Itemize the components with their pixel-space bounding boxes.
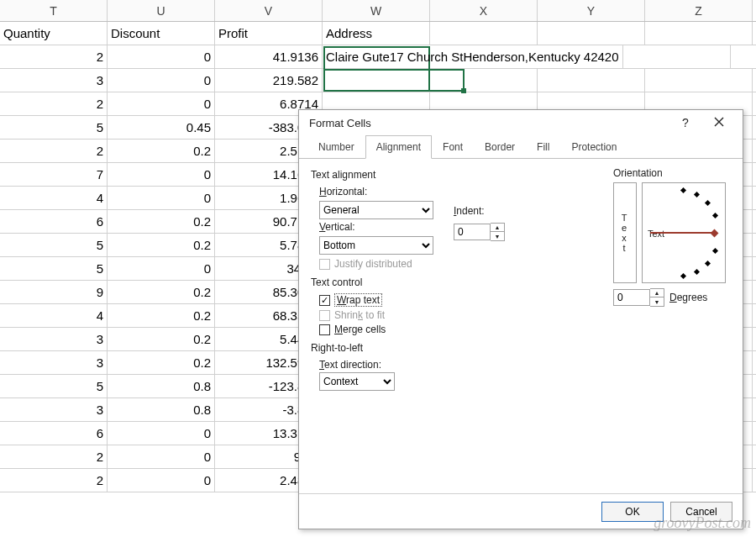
cell[interactable]: 4 bbox=[0, 187, 108, 209]
shrink-to-fit-checkbox bbox=[319, 310, 330, 321]
indent-up-icon[interactable]: ▲ bbox=[491, 224, 504, 232]
tab-border[interactable]: Border bbox=[474, 135, 526, 158]
cell[interactable]: Quantity bbox=[0, 22, 108, 45]
cell[interactable]: Discount bbox=[108, 22, 215, 45]
cell[interactable]: Address bbox=[323, 22, 430, 45]
cell[interactable]: 0.2 bbox=[108, 210, 215, 233]
cell[interactable]: 0.2 bbox=[108, 328, 215, 350]
table-row: 2041.9136Claire Gute17 Church StHenderso… bbox=[0, 45, 756, 69]
column-header-Y[interactable]: Y bbox=[538, 0, 645, 21]
cell[interactable]: 0 bbox=[108, 45, 215, 68]
cell[interactable]: 0 bbox=[108, 187, 215, 209]
shrink-to-fit-label: Shrink to fit bbox=[334, 309, 385, 321]
cell[interactable]: Profit bbox=[215, 22, 323, 45]
table-row: 30219.582 bbox=[0, 69, 756, 92]
cell[interactable] bbox=[623, 45, 731, 68]
cell[interactable] bbox=[645, 69, 753, 92]
cell[interactable]: 0 bbox=[108, 422, 215, 445]
orientation-vertical-button[interactable]: Text bbox=[613, 182, 637, 283]
cancel-button[interactable]: Cancel bbox=[670, 502, 732, 522]
cell[interactable]: 0 bbox=[108, 92, 215, 115]
dialog-title-text: Format Cells bbox=[309, 117, 371, 129]
cell[interactable]: 7 bbox=[0, 163, 108, 186]
cell[interactable]: 2 bbox=[0, 45, 108, 68]
cell[interactable]: 0.2 bbox=[108, 351, 215, 374]
degrees-spinner[interactable]: ▲▼ bbox=[613, 288, 664, 307]
cell[interactable]: 2 bbox=[0, 445, 108, 468]
cell[interactable]: 0.2 bbox=[108, 234, 215, 256]
column-header-X[interactable]: X bbox=[430, 0, 538, 21]
column-header-V[interactable]: V bbox=[215, 0, 323, 21]
cell[interactable]: 3 bbox=[0, 69, 108, 92]
merge-cells-checkbox[interactable] bbox=[319, 324, 330, 335]
vertical-select[interactable]: Bottom bbox=[319, 236, 433, 255]
cell[interactable]: 5 bbox=[0, 375, 108, 397]
cell[interactable]: 4 bbox=[0, 304, 108, 327]
dialog-help-button[interactable]: ? bbox=[669, 116, 702, 129]
cell[interactable]: 219.582 bbox=[215, 69, 323, 92]
tab-font[interactable]: Font bbox=[432, 135, 474, 158]
cell[interactable]: 0.45 bbox=[108, 116, 215, 139]
cell[interactable]: 5 bbox=[0, 116, 108, 139]
cell[interactable] bbox=[538, 22, 645, 45]
cell[interactable]: 0 bbox=[108, 445, 215, 468]
degrees-down-icon[interactable]: ▼ bbox=[650, 297, 664, 306]
cell[interactable]: 9 bbox=[0, 281, 108, 303]
indent-input[interactable] bbox=[454, 224, 491, 240]
cell[interactable]: 3 bbox=[0, 328, 108, 350]
indent-label: Indent: bbox=[454, 205, 485, 217]
cell[interactable]: 0 bbox=[108, 69, 215, 92]
wrap-text-checkbox[interactable] bbox=[319, 295, 330, 306]
cell[interactable]: 0 bbox=[108, 257, 215, 280]
cell[interactable]: 6 bbox=[0, 210, 108, 233]
column-header-T[interactable]: T bbox=[0, 0, 108, 21]
tab-number[interactable]: Number bbox=[307, 135, 365, 158]
orientation-angle-picker[interactable]: Text bbox=[642, 182, 726, 283]
cell[interactable]: 6 bbox=[0, 422, 108, 445]
column-header-W[interactable]: W bbox=[323, 0, 430, 21]
column-header-Z[interactable]: Z bbox=[645, 0, 753, 21]
cell[interactable]: 2 bbox=[0, 469, 108, 492]
dialog-button-row: OK Cancel bbox=[299, 493, 743, 529]
cell[interactable]: 3 bbox=[0, 351, 108, 374]
indent-spinner[interactable]: ▲▼ bbox=[454, 223, 505, 241]
cell[interactable] bbox=[538, 69, 645, 92]
dialog-titlebar[interactable]: Format Cells ? bbox=[299, 110, 743, 135]
degrees-up-icon[interactable]: ▲ bbox=[650, 289, 664, 297]
cell[interactable]: 0 bbox=[108, 469, 215, 492]
selection-fill-handle[interactable] bbox=[461, 88, 466, 93]
degrees-input[interactable] bbox=[613, 289, 650, 306]
cell[interactable]: 0.8 bbox=[108, 398, 215, 421]
cell[interactable]: 3 bbox=[0, 398, 108, 421]
cell[interactable]: 2 bbox=[0, 140, 108, 162]
dialog-tab-row: NumberAlignmentFontBorderFillProtection bbox=[299, 135, 743, 159]
tab-protection[interactable]: Protection bbox=[560, 135, 627, 158]
column-header-U[interactable]: U bbox=[108, 0, 215, 21]
cell[interactable]: 2 bbox=[0, 92, 108, 115]
degrees-label: Degrees bbox=[669, 292, 707, 303]
cell[interactable]: 41.9136 bbox=[215, 45, 323, 68]
tab-fill[interactable]: Fill bbox=[526, 135, 560, 158]
cell[interactable]: 0 bbox=[108, 163, 215, 186]
orientation-angle-text-label: Text bbox=[648, 229, 664, 239]
cell[interactable] bbox=[430, 22, 538, 45]
wrap-text-label: Wrap text bbox=[334, 293, 382, 307]
cell[interactable]: 0.2 bbox=[108, 281, 215, 303]
cell[interactable]: 0.2 bbox=[108, 140, 215, 162]
cell[interactable] bbox=[430, 69, 538, 92]
cell[interactable]: 5 bbox=[0, 257, 108, 280]
cell[interactable] bbox=[645, 22, 753, 45]
horizontal-select[interactable]: General bbox=[319, 201, 433, 219]
cell[interactable]: 0.8 bbox=[108, 375, 215, 397]
cell[interactable]: 5 bbox=[0, 234, 108, 256]
dialog-close-button[interactable] bbox=[702, 116, 736, 129]
cell[interactable]: 0.2 bbox=[108, 304, 215, 327]
cell[interactable]: Claire Gute17 Church StHenderson,Kentuck… bbox=[323, 45, 623, 68]
cell[interactable] bbox=[731, 45, 756, 68]
indent-down-icon[interactable]: ▼ bbox=[491, 232, 504, 240]
cell[interactable] bbox=[323, 69, 430, 92]
right-to-left-section: Right-to-left bbox=[311, 342, 731, 354]
text-direction-select[interactable]: Context bbox=[319, 372, 395, 391]
ok-button[interactable]: OK bbox=[601, 502, 664, 522]
tab-alignment[interactable]: Alignment bbox=[365, 135, 432, 159]
